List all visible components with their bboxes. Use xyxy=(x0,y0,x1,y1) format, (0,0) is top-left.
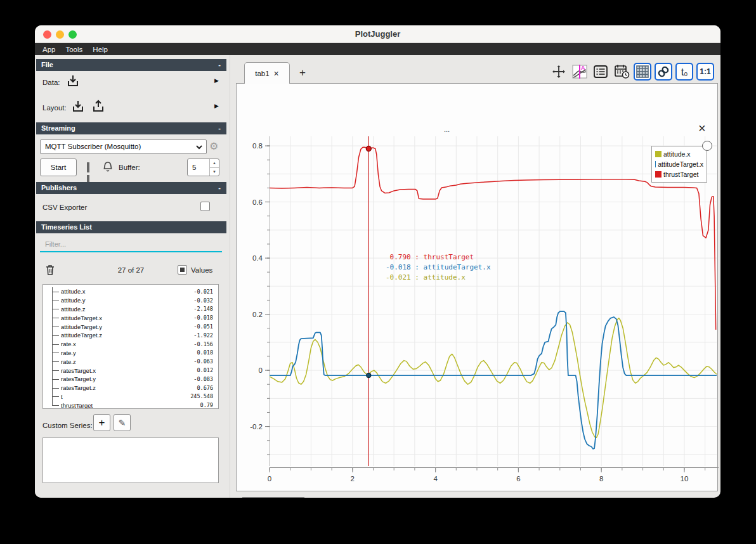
timeseries-item-attitudeTarget.z[interactable]: attitudeTarget.z-1.922 xyxy=(52,331,218,340)
timeseries-value: -1.922 xyxy=(193,332,218,339)
tracker-readout-line: -0.018 : attitudeTarget.x xyxy=(386,262,491,273)
y-tick-label: 0.6 xyxy=(252,198,263,206)
buffer-spinbox[interactable]: 5 ▲▼ xyxy=(187,159,219,176)
data-label: Data: xyxy=(42,79,60,86)
timeseries-list[interactable]: attitude.x-0.021attitude.y-0.032attitude… xyxy=(42,284,219,409)
layout-save-icon[interactable] xyxy=(91,99,106,114)
time-axis: 0246810 xyxy=(268,467,720,483)
title-bar: PlotJuggler xyxy=(35,25,720,43)
bell-icon[interactable] xyxy=(101,160,115,174)
timeseries-value: 0.012 xyxy=(197,367,218,373)
timeseries-item-attitudeTarget.x[interactable]: attitudeTarget.x-0.018 xyxy=(52,313,218,322)
timeseries-item-attitude.y[interactable]: attitude.y-0.032 xyxy=(52,296,218,305)
data-menu-arrow-icon[interactable]: ▶ xyxy=(214,77,219,84)
legend-swatch xyxy=(655,161,656,167)
tab-close-icon[interactable]: × xyxy=(274,70,279,77)
legend-entry-attitude.x[interactable]: attitude.x xyxy=(655,149,703,159)
y-tick-label: 0.4 xyxy=(252,254,263,262)
menu-item-tools[interactable]: Tools xyxy=(60,44,88,55)
legend-entry-attitudeTarget.x[interactable]: attitudeTarget.x xyxy=(655,159,703,169)
tracker-marker-dot xyxy=(366,146,371,151)
timeseries-name: attitude.z xyxy=(61,306,193,313)
custom-series-label: Custom Series: xyxy=(42,422,93,429)
list-view-icon[interactable] xyxy=(592,63,609,81)
edit-custom-series-button[interactable]: ✎ xyxy=(114,414,131,431)
timeseries-name: attitudeTarget.z xyxy=(61,332,193,339)
collapse-icon[interactable]: - xyxy=(218,182,221,194)
filter-input[interactable] xyxy=(40,237,222,252)
menu-item-help[interactable]: Help xyxy=(88,44,113,55)
chevron-down-icon xyxy=(195,143,204,156)
csv-exporter-checkbox[interactable] xyxy=(200,202,210,211)
x-tick-label: 2 xyxy=(351,475,355,482)
x-tick-label: 0 xyxy=(268,475,271,482)
add-tab-button[interactable]: + xyxy=(295,65,310,81)
timeseries-item-rate.x[interactable]: rate.x-0.156 xyxy=(52,340,218,349)
pause-icon[interactable] xyxy=(87,162,94,172)
timeseries-name: ratesTarget.x xyxy=(61,367,197,374)
gear-icon[interactable]: ⚙ xyxy=(209,140,218,152)
collapse-icon[interactable]: - xyxy=(218,59,221,71)
collapse-icon[interactable]: - xyxy=(218,122,221,134)
streaming-source-select[interactable]: MQTT Subscriber (Mosquitto) xyxy=(40,139,207,154)
timeseries-value: 0.676 xyxy=(197,385,218,391)
timeseries-item-ratesTarget.z[interactable]: ratesTarget.z0.676 xyxy=(52,384,218,392)
section-header-publishers[interactable]: Publishers - xyxy=(36,182,226,194)
tab-tab1[interactable]: tab1 × xyxy=(244,62,290,84)
timeseries-name: attitude.y xyxy=(61,297,193,304)
legend-label: thrustTarget xyxy=(663,171,698,178)
legend-knob-icon[interactable] xyxy=(702,141,712,151)
legend-swatch xyxy=(655,171,662,178)
add-custom-series-button[interactable]: + xyxy=(93,414,110,431)
start-button[interactable]: Start xyxy=(40,159,77,176)
timeseries-item-thrustTarget[interactable]: thrustTarget0.79 xyxy=(52,401,218,409)
grid-view-icon[interactable] xyxy=(634,63,651,81)
timeseries-item-ratesTarget.y[interactable]: ratesTarget.y-0.083 xyxy=(52,375,218,384)
timeseries-item-attitudeTarget.y[interactable]: attitudeTarget.y-0.051 xyxy=(52,322,218,331)
timeseries-item-attitude.z[interactable]: attitude.z-2.148 xyxy=(52,305,218,314)
layout-menu-arrow-icon[interactable]: ▶ xyxy=(214,103,219,109)
datetime-scale-icon[interactable] xyxy=(613,63,630,81)
legend-entry-thrustTarget[interactable]: thrustTarget xyxy=(655,169,703,179)
plot-pane: ... × -0.200.20.40.60.8 attitude.xattitu… xyxy=(236,83,718,491)
y-tick-label: -0.2 xyxy=(250,423,263,431)
data-load-icon[interactable] xyxy=(65,74,81,89)
play-button[interactable]: ▶ xyxy=(334,496,345,498)
timeseries-item-ratesTarget.x[interactable]: ratesTarget.x0.012 xyxy=(52,366,218,375)
plot-close-icon[interactable]: × xyxy=(698,122,706,134)
spin-up-icon: ▲ xyxy=(210,159,219,168)
menu-item-app[interactable]: App xyxy=(37,44,60,55)
custom-series-list[interactable] xyxy=(42,437,219,483)
link-axes-icon[interactable] xyxy=(655,63,672,81)
plot-canvas[interactable]: -0.200.20.40.60.8 attitude.xattitudeTarg… xyxy=(270,136,717,466)
section-header-streaming[interactable]: Streaming - xyxy=(36,122,226,134)
app-window: PlotJuggler AppToolsHelp File - Data: ▶ … xyxy=(35,25,720,498)
tracker-readout-line: 0.790 : thrustTarget xyxy=(386,252,491,262)
layout-load-icon[interactable] xyxy=(70,99,86,114)
section-header-file[interactable]: File - xyxy=(36,59,226,71)
timeseries-name: ratesTarget.y xyxy=(61,375,193,382)
tracker-time-field[interactable]: 2.390 xyxy=(242,497,304,498)
pan-arrows-icon[interactable] xyxy=(550,63,568,81)
x-tick-label: 6 xyxy=(516,475,520,482)
timeseries-item-rate.y[interactable]: rate.y0.018 xyxy=(52,349,218,358)
section-header-timeseries[interactable]: Timeseries List xyxy=(36,221,226,233)
timeseries-value: -2.148 xyxy=(193,306,218,312)
toolbar: A xyxy=(550,63,714,81)
legend-label: attitudeTarget.x xyxy=(658,160,703,168)
values-checkbox[interactable] xyxy=(178,265,187,275)
timeseries-item-rate.z[interactable]: rate.z-0.063 xyxy=(52,357,218,366)
tracker-style-icon[interactable]: A xyxy=(571,63,589,81)
spin-down-icon: ▼ xyxy=(210,168,219,176)
timeseries-value: -0.063 xyxy=(193,358,218,365)
relative-time-icon[interactable]: to xyxy=(675,63,693,81)
timeseries-value: -0.156 xyxy=(193,341,218,347)
plot-legend[interactable]: attitude.xattitudeTarget.xthrustTarget xyxy=(651,146,707,183)
timeseries-name: thrustTarget xyxy=(61,402,200,409)
ratio-icon[interactable]: 1:1 xyxy=(696,63,714,81)
timeseries-item-t[interactable]: t245.548 xyxy=(52,392,218,401)
legend-label: attitude.x xyxy=(663,150,691,158)
series-line-thrustTarget xyxy=(270,147,716,330)
timeseries-item-attitude.x[interactable]: attitude.x-0.021 xyxy=(52,287,218,296)
timeseries-value: 0.79 xyxy=(200,402,218,408)
